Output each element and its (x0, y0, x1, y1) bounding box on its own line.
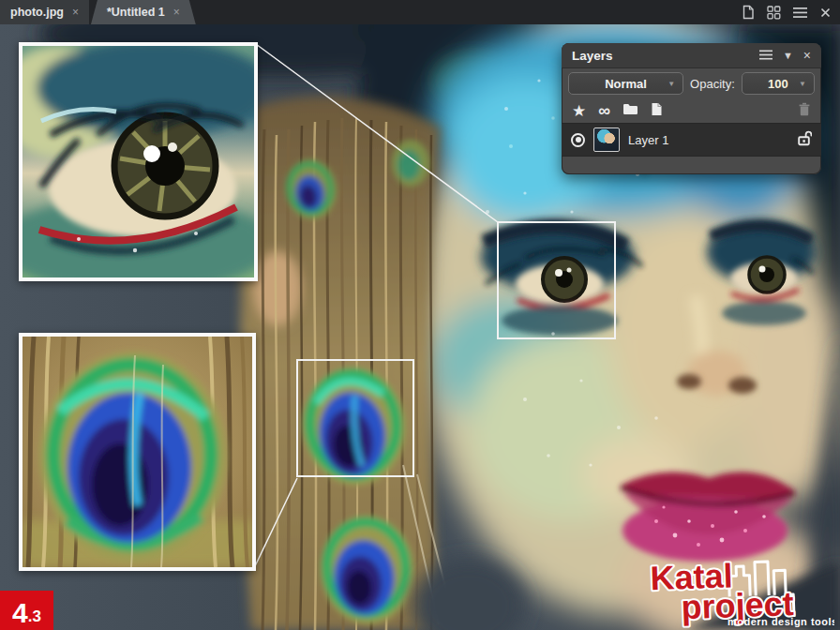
layer-tools-row: ★ ∞ (562, 98, 821, 123)
callout-connector-line-eye (256, 44, 498, 222)
delete-layer-trash-icon[interactable] (798, 102, 811, 120)
new-layer-page-icon[interactable] (651, 102, 663, 120)
link-infinity-icon[interactable]: ∞ (598, 102, 610, 119)
opacity-label: Opacity: (690, 77, 735, 91)
panel-close-icon[interactable]: × (803, 49, 811, 62)
tab-close-icon[interactable]: × (173, 7, 180, 18)
feather-closeup-image (22, 337, 252, 567)
app-window: photo.jpg × *Untitled 1 × (0, 0, 840, 630)
blend-mode-value: Normal (605, 77, 647, 91)
favorite-star-icon[interactable]: ★ (572, 103, 586, 119)
menu-icon[interactable] (793, 7, 807, 19)
opacity-value: 100 (768, 77, 788, 91)
chevron-down-icon: ▼ (799, 80, 806, 88)
layers-panel-header[interactable]: Layers ▼ × (562, 43, 821, 68)
tab-label: photo.jpg (10, 6, 64, 19)
layer-controls-row: Normal ▼ Opacity: 100 ▼ (562, 68, 821, 98)
logo-tagline: modern design tools (728, 616, 834, 627)
layer-thumbnail[interactable] (593, 128, 620, 152)
layers-panel: Layers ▼ × Normal ▼ Opacity: 100 ▼ ★ ∞ (562, 43, 821, 174)
tab-label: *Untitled 1 (107, 6, 165, 19)
tab-bar: photo.jpg × *Untitled 1 × (0, 0, 840, 24)
zoom-callout-feather (19, 333, 256, 571)
close-window-icon[interactable] (819, 7, 832, 19)
version-major: 4 (12, 600, 28, 627)
zoom-callout-eye (19, 42, 258, 281)
version-badge: 4.3 (0, 591, 53, 630)
tab-photo-jpg[interactable]: photo.jpg × (0, 0, 89, 24)
katal-project-logo: Katal project modern design tools (647, 553, 834, 628)
eye-closeup-image (22, 46, 254, 278)
new-group-folder-icon[interactable] (622, 102, 638, 119)
layers-panel-title: Layers (572, 49, 613, 63)
version-minor: .3 (28, 608, 41, 626)
panel-menu-icon[interactable] (759, 47, 772, 64)
layer-visibility-icon[interactable] (571, 133, 585, 147)
tab-untitled-1[interactable]: *Untitled 1 × (91, 0, 196, 24)
zoom-source-rect-feather (296, 359, 414, 477)
opacity-select[interactable]: 100 ▼ (742, 72, 815, 95)
panel-collapse-icon[interactable]: ▼ (783, 51, 793, 61)
blend-mode-select[interactable]: Normal ▼ (568, 72, 683, 95)
layer-row[interactable]: Layer 1 (562, 123, 821, 157)
layers-panel-footer (562, 157, 821, 175)
new-document-icon[interactable] (741, 5, 755, 20)
lock-open-icon[interactable] (798, 130, 812, 150)
tab-close-icon[interactable]: × (72, 7, 79, 18)
chevron-down-icon: ▼ (668, 80, 675, 88)
grid-view-icon[interactable] (767, 6, 781, 20)
zoom-source-rect-eye (497, 221, 616, 339)
layer-name: Layer 1 (628, 133, 668, 147)
callout-connector-line-feather (254, 478, 297, 568)
